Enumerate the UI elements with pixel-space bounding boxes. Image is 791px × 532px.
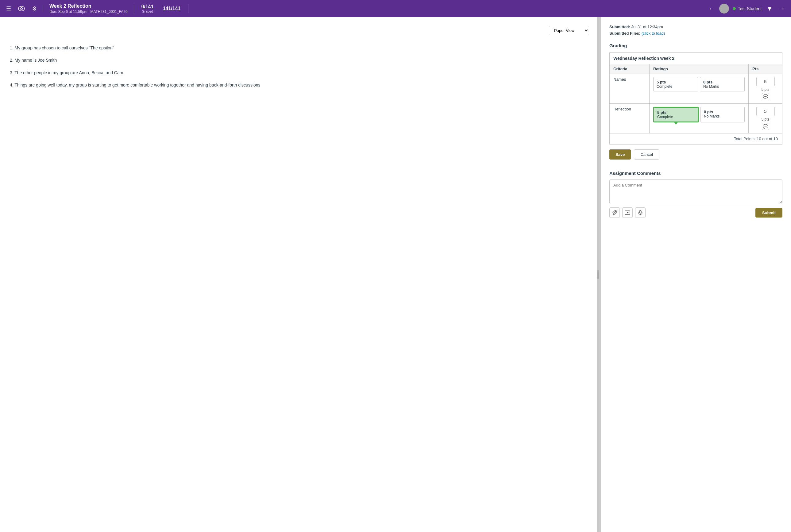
- comment-icon-names[interactable]: 💬: [762, 93, 769, 100]
- main-layout: Paper View Raw View 1. My group has chos…: [0, 17, 791, 532]
- submitted-files-label: Submitted Files:: [609, 31, 640, 36]
- submitted-files-info: Submitted Files: (click to load): [609, 31, 783, 36]
- rating-names-nomarks-pts: 0 pts: [703, 80, 741, 84]
- grading-panel: Submitted: Jul 31 at 12:34pm Submitted F…: [601, 17, 791, 532]
- submission-line-1: 1. My group has chosen to call ourselves…: [10, 44, 589, 51]
- rating-names-complete-pts: 5 pts: [657, 80, 695, 84]
- submission-line-2: 2. My name is Joe Smith: [10, 57, 589, 63]
- rating-names-complete[interactable]: 5 pts Complete: [653, 77, 698, 91]
- prev-arrow-button[interactable]: ←: [707, 4, 716, 14]
- audio-button[interactable]: [635, 207, 645, 218]
- rating-reflection-complete-pts: 5 pts: [657, 110, 695, 115]
- ratings-reflection: 5 pts Complete 0 pts No Marks: [649, 104, 749, 133]
- ratings-names: 5 pts Complete 0 pts No Marks: [649, 74, 749, 104]
- submission-line-3: 3. The other people in my group are Anna…: [10, 69, 589, 76]
- avatar: [719, 4, 729, 14]
- user-name: Test Student: [738, 6, 761, 11]
- pts-names: 5 pts 💬: [749, 74, 783, 104]
- comment-toolbar: Submit: [609, 207, 783, 218]
- grading-title: Grading: [609, 43, 783, 48]
- rating-names-nomarks[interactable]: 0 pts No Marks: [700, 77, 745, 91]
- score-area: 0/141 Graded 141/141: [134, 4, 188, 13]
- rating-reflection-complete[interactable]: 5 pts Complete: [653, 107, 699, 122]
- divider-handle: [597, 270, 599, 279]
- submission-panel: Paper View Raw View 1. My group has chos…: [0, 17, 601, 532]
- media-button[interactable]: [622, 207, 633, 218]
- col-ratings: Ratings: [649, 64, 749, 74]
- top-navigation: ☰ ⚙ Week 2 Reflection Due: Sep 6 at 11:5…: [0, 0, 791, 17]
- svg-point-2: [723, 6, 726, 9]
- comment-icon-reflection[interactable]: 💬: [762, 123, 769, 130]
- panel-divider[interactable]: [597, 17, 599, 532]
- svg-point-1: [21, 8, 23, 10]
- submission-text: 1. My group has chosen to call ourselves…: [10, 41, 589, 89]
- submitted-label: Submitted:: [609, 24, 630, 29]
- submit-button[interactable]: Submit: [755, 208, 783, 217]
- dropdown-arrow-button[interactable]: ▼: [765, 4, 774, 14]
- pts-max-names: 5 pts: [761, 88, 769, 92]
- graded-score: 0/141 Graded: [142, 4, 154, 13]
- cancel-button[interactable]: Cancel: [634, 149, 659, 159]
- online-status-dot: [733, 7, 736, 10]
- pts-reflection: 5 pts 💬: [749, 104, 783, 133]
- rubric-actions: Save Cancel: [609, 149, 783, 159]
- rating-options-names: 5 pts Complete 0 pts No Marks: [653, 77, 745, 91]
- col-pts: Pts: [749, 64, 783, 74]
- submitted-files-link[interactable]: (click to load): [642, 31, 665, 36]
- paper-view-dropdown[interactable]: Paper View Raw View: [549, 26, 589, 35]
- submission-line-4: 4. Things are going well today, my group…: [10, 82, 589, 88]
- next-arrow-button[interactable]: →: [777, 4, 786, 14]
- assignment-title-area: Week 2 Reflection Due: Sep 6 at 11:59pm …: [43, 3, 134, 14]
- rating-names-complete-label: Complete: [657, 84, 695, 89]
- rating-names-nomarks-label: No Marks: [703, 84, 741, 89]
- pts-max-reflection: 5 pts: [761, 117, 769, 121]
- rubric-table-title: Wednesday Reflection week 2: [610, 53, 783, 64]
- criteria-names: Names: [610, 74, 649, 104]
- rubric-row-names: Names 5 pts Complete 0 pts No Marks: [610, 74, 783, 104]
- pts-input-reflection[interactable]: [756, 107, 775, 116]
- submission-counter: 141/141: [163, 6, 181, 11]
- rating-reflection-nomarks-label: No Marks: [704, 114, 741, 118]
- menu-icon[interactable]: ☰: [5, 5, 12, 12]
- assignment-title: Week 2 Reflection: [50, 3, 128, 9]
- save-button[interactable]: Save: [609, 149, 631, 159]
- comment-toolbar-left: [609, 207, 645, 218]
- rating-reflection-nomarks[interactable]: 0 pts No Marks: [700, 107, 745, 122]
- comments-title: Assignment Comments: [609, 171, 783, 176]
- rubric-table: Wednesday Reflection week 2 Criteria Rat…: [609, 53, 783, 145]
- rubric-row-reflection: Reflection 5 pts Complete 0 pts No Marks: [610, 104, 783, 133]
- criteria-reflection: Reflection: [610, 104, 649, 133]
- svg-point-3: [722, 10, 726, 12]
- eye-icon[interactable]: [18, 5, 25, 12]
- col-criteria: Criteria: [610, 64, 649, 74]
- svg-rect-6: [639, 210, 641, 213]
- submitted-value: Jul 31 at 12:34pm: [632, 24, 663, 29]
- submitted-info: Submitted: Jul 31 at 12:34pm: [609, 24, 783, 29]
- comments-section: Assignment Comments Submit: [609, 171, 783, 218]
- svg-marker-5: [627, 212, 629, 213]
- nav-right-controls: ← Test Student ▼ →: [707, 4, 786, 14]
- rating-options-reflection: 5 pts Complete 0 pts No Marks: [653, 107, 745, 122]
- comment-textarea[interactable]: [609, 179, 783, 204]
- pts-input-area-reflection: 5 pts 💬: [752, 107, 778, 130]
- svg-point-0: [18, 6, 24, 11]
- score-label: Graded: [142, 10, 154, 13]
- paper-view-selector[interactable]: Paper View Raw View: [549, 26, 589, 35]
- settings-icon[interactable]: ⚙: [31, 5, 38, 12]
- nav-icons-group: ☰ ⚙: [5, 5, 43, 12]
- user-info: Test Student: [733, 6, 761, 11]
- rating-reflection-nomarks-pts: 0 pts: [704, 110, 741, 114]
- attach-file-button[interactable]: [609, 207, 620, 218]
- pts-input-area-names: 5 pts 💬: [752, 77, 778, 100]
- assignment-due: Due: Sep 6 at 11:59pm · MATH231_0001_FA2…: [50, 10, 128, 14]
- rating-reflection-complete-label: Complete: [657, 115, 695, 119]
- score-value: 0/141: [142, 4, 154, 10]
- total-points: Total Points: 10 out of 10: [610, 133, 783, 145]
- pts-input-names[interactable]: [756, 77, 775, 86]
- rubric-total-row: Total Points: 10 out of 10: [610, 133, 783, 145]
